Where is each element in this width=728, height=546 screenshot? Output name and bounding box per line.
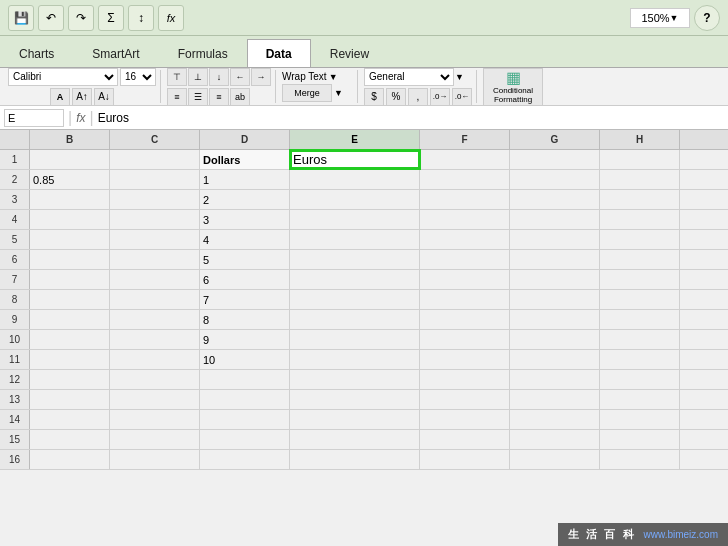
cell-e14[interactable] [290, 410, 420, 429]
cell-e2[interactable] [290, 170, 420, 189]
cell-e4[interactable] [290, 210, 420, 229]
col-header-g[interactable]: G [510, 130, 600, 149]
cell-d1[interactable]: Dollars [200, 150, 290, 169]
cell-d3[interactable]: 2 [200, 190, 290, 209]
align-right-button[interactable]: ≡ [209, 88, 229, 106]
cell-h13[interactable] [600, 390, 680, 409]
cell-g14[interactable] [510, 410, 600, 429]
autosum-icon[interactable]: Σ [98, 5, 124, 31]
cell-b6[interactable] [30, 250, 110, 269]
cell-f11[interactable] [420, 350, 510, 369]
cell-g11[interactable] [510, 350, 600, 369]
cell-g1[interactable] [510, 150, 600, 169]
name-box[interactable] [4, 109, 64, 127]
cell-c11[interactable] [110, 350, 200, 369]
zoom-dropdown-icon[interactable]: ▼ [670, 13, 679, 23]
save-icon[interactable]: 💾 [8, 5, 34, 31]
cell-c7[interactable] [110, 270, 200, 289]
indent-right-button[interactable]: → [251, 68, 271, 86]
cell-e12[interactable] [290, 370, 420, 389]
cell-b9[interactable] [30, 310, 110, 329]
align-center-button[interactable]: ☰ [188, 88, 208, 106]
cell-h10[interactable] [600, 330, 680, 349]
cell-h8[interactable] [600, 290, 680, 309]
cell-b14[interactable] [30, 410, 110, 429]
cell-d14[interactable] [200, 410, 290, 429]
increase-font-button[interactable]: A↑ [72, 88, 92, 106]
align-middle-button[interactable]: ⊥ [188, 68, 208, 86]
cell-h7[interactable] [600, 270, 680, 289]
align-left-button[interactable]: ≡ [167, 88, 187, 106]
cell-g15[interactable] [510, 430, 600, 449]
sort-icon[interactable]: ↕ [128, 5, 154, 31]
cell-h1[interactable] [600, 150, 680, 169]
merge-button[interactable]: Merge [282, 84, 332, 102]
cell-g13[interactable] [510, 390, 600, 409]
cell-f2[interactable] [420, 170, 510, 189]
col-header-e[interactable]: E [290, 130, 420, 149]
cell-b7[interactable] [30, 270, 110, 289]
cell-b1[interactable] [30, 150, 110, 169]
cell-d11[interactable]: 10 [200, 350, 290, 369]
cell-d9[interactable]: 8 [200, 310, 290, 329]
cell-f6[interactable] [420, 250, 510, 269]
help-icon[interactable]: ? [694, 5, 720, 31]
cell-f9[interactable] [420, 310, 510, 329]
cell-g4[interactable] [510, 210, 600, 229]
cell-h12[interactable] [600, 370, 680, 389]
cell-e16[interactable] [290, 450, 420, 469]
cell-h6[interactable] [600, 250, 680, 269]
cell-h3[interactable] [600, 190, 680, 209]
cell-f13[interactable] [420, 390, 510, 409]
cell-d13[interactable] [200, 390, 290, 409]
cell-g3[interactable] [510, 190, 600, 209]
cell-f7[interactable] [420, 270, 510, 289]
cell-f12[interactable] [420, 370, 510, 389]
cell-e5[interactable] [290, 230, 420, 249]
zoom-box[interactable]: 150% ▼ [630, 8, 690, 28]
increase-decimal-button[interactable]: .0→ [430, 88, 450, 106]
percent-button[interactable]: % [386, 88, 406, 106]
cell-h5[interactable] [600, 230, 680, 249]
cell-f14[interactable] [420, 410, 510, 429]
cell-d6[interactable]: 5 [200, 250, 290, 269]
cell-f4[interactable] [420, 210, 510, 229]
conditional-formatting-button[interactable]: ▦ Conditional Formatting [483, 68, 543, 106]
decrease-decimal-button[interactable]: .0← [452, 88, 472, 106]
cell-g2[interactable] [510, 170, 600, 189]
col-header-h[interactable]: H [600, 130, 680, 149]
cell-f5[interactable] [420, 230, 510, 249]
indent-left-button[interactable]: ← [230, 68, 250, 86]
comma-button[interactable]: , [408, 88, 428, 106]
cell-b15[interactable] [30, 430, 110, 449]
cell-b8[interactable] [30, 290, 110, 309]
cell-d10[interactable]: 9 [200, 330, 290, 349]
cell-c14[interactable] [110, 410, 200, 429]
cell-c4[interactable] [110, 210, 200, 229]
tab-formulas[interactable]: Formulas [159, 39, 247, 67]
cell-g6[interactable] [510, 250, 600, 269]
tab-data[interactable]: Data [247, 39, 311, 67]
cell-h4[interactable] [600, 210, 680, 229]
cell-c3[interactable] [110, 190, 200, 209]
cell-c15[interactable] [110, 430, 200, 449]
number-dropdown-icon[interactable]: ▼ [455, 72, 464, 82]
redo-icon[interactable]: ↷ [68, 5, 94, 31]
number-format-select[interactable]: General [364, 68, 454, 86]
align-bottom-button[interactable]: ↓ [209, 68, 229, 86]
cell-f15[interactable] [420, 430, 510, 449]
cell-f16[interactable] [420, 450, 510, 469]
cell-b5[interactable] [30, 230, 110, 249]
cell-b4[interactable] [30, 210, 110, 229]
cell-d2[interactable]: 1 [200, 170, 290, 189]
cell-g12[interactable] [510, 370, 600, 389]
cell-c13[interactable] [110, 390, 200, 409]
cell-f10[interactable] [420, 330, 510, 349]
cell-b3[interactable] [30, 190, 110, 209]
cell-e15[interactable] [290, 430, 420, 449]
wrap-dropdown-icon[interactable]: ▼ [329, 72, 338, 82]
cell-h16[interactable] [600, 450, 680, 469]
cell-d7[interactable]: 6 [200, 270, 290, 289]
cell-f3[interactable] [420, 190, 510, 209]
cell-b13[interactable] [30, 390, 110, 409]
